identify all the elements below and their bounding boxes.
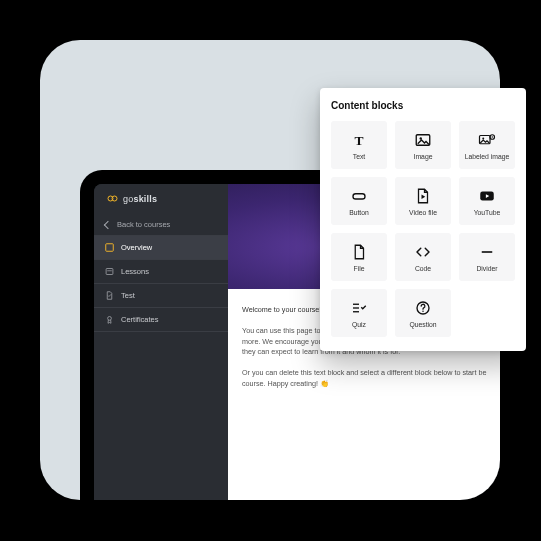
- file-icon: [349, 243, 369, 261]
- sidebar: goskills Back to courses Overview: [94, 184, 228, 500]
- svg-rect-0: [106, 244, 114, 252]
- test-icon: [105, 291, 114, 300]
- block-label: Image: [414, 153, 433, 160]
- certificates-icon: [105, 315, 114, 324]
- svg-rect-11: [353, 193, 365, 198]
- block-file[interactable]: File: [331, 233, 387, 281]
- sidebar-item-label: Overview: [121, 243, 152, 252]
- text-icon: T: [349, 131, 369, 149]
- chevron-left-icon: [104, 220, 112, 228]
- block-label: Divider: [476, 265, 497, 272]
- block-youtube[interactable]: YouTube: [459, 177, 515, 225]
- block-label: Text: [353, 153, 365, 160]
- lessons-icon: [105, 267, 114, 276]
- brand-name: goskills: [123, 194, 157, 204]
- block-label: Code: [415, 265, 431, 272]
- block-label: Video file: [409, 209, 437, 216]
- block-labeled-image[interactable]: Labeled image: [459, 121, 515, 169]
- block-label: Quiz: [352, 321, 366, 328]
- svg-text:T: T: [354, 132, 363, 147]
- block-question[interactable]: Question: [395, 289, 451, 337]
- brand-logo-icon: [105, 195, 118, 203]
- block-quiz[interactable]: Quiz: [331, 289, 387, 337]
- panel-title: Content blocks: [331, 100, 515, 111]
- divider-icon: [477, 243, 497, 261]
- code-icon: [413, 243, 433, 261]
- overview-icon: [105, 243, 114, 252]
- stage: goskills Back to courses Overview: [0, 0, 541, 541]
- block-text[interactable]: T Text: [331, 121, 387, 169]
- svg-rect-1: [106, 269, 113, 275]
- content-blocks-panel: Content blocks T Text Image Labeled imag…: [320, 88, 526, 351]
- block-video-file[interactable]: Video file: [395, 177, 451, 225]
- labeled-image-icon: [477, 131, 497, 149]
- youtube-icon: [477, 187, 497, 205]
- sidebar-item-label: Lessons: [121, 267, 149, 276]
- svg-point-10: [492, 136, 494, 138]
- block-code[interactable]: Code: [395, 233, 451, 281]
- sidebar-item-label: Test: [121, 291, 135, 300]
- image-icon: [413, 131, 433, 149]
- block-label: Labeled image: [465, 153, 510, 160]
- blocks-grid: T Text Image Labeled image: [331, 121, 515, 337]
- block-image[interactable]: Image: [395, 121, 451, 169]
- sidebar-item-overview[interactable]: Overview: [94, 236, 228, 260]
- block-divider[interactable]: Divider: [459, 233, 515, 281]
- brand: goskills: [94, 184, 228, 214]
- svg-point-18: [422, 310, 424, 312]
- block-label: Button: [349, 209, 369, 216]
- block-label: YouTube: [474, 209, 501, 216]
- quiz-icon: [349, 299, 369, 317]
- sidebar-item-label: Certificates: [121, 315, 159, 324]
- back-to-courses[interactable]: Back to courses: [94, 214, 228, 236]
- question-icon: [413, 299, 433, 317]
- sidebar-item-certificates[interactable]: Certificates: [94, 308, 228, 332]
- block-label: File: [354, 265, 365, 272]
- block-label: Question: [409, 321, 436, 328]
- svg-point-3: [108, 317, 112, 321]
- intro-paragraph-2: Or you can delete this text block and se…: [242, 368, 500, 390]
- video-file-icon: [413, 187, 433, 205]
- sidebar-item-lessons[interactable]: Lessons: [94, 260, 228, 284]
- block-button[interactable]: Button: [331, 177, 387, 225]
- button-icon: [349, 187, 369, 205]
- sidebar-item-test[interactable]: Test: [94, 284, 228, 308]
- back-label: Back to courses: [117, 220, 170, 229]
